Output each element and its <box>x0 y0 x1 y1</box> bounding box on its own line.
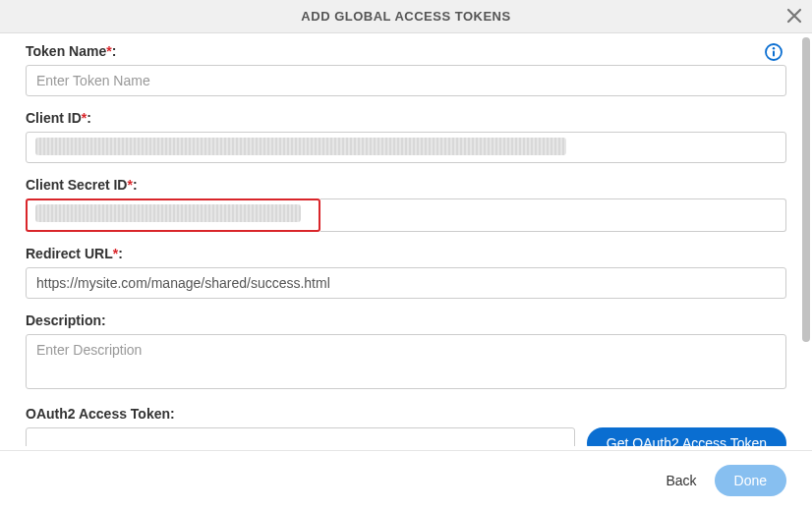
info-icon[interactable] <box>765 43 783 64</box>
modal-footer: Back Done <box>0 450 812 510</box>
scrollbar-thumb[interactable] <box>802 37 810 342</box>
modal-title: ADD GLOBAL ACCESS TOKENS <box>301 9 510 24</box>
label-text: Client ID <box>26 110 82 126</box>
client-secret-group: Client Secret ID*: <box>26 177 786 232</box>
scrollbar-track[interactable] <box>802 37 810 381</box>
close-icon[interactable] <box>786 7 802 27</box>
label-text: Redirect URL <box>26 246 113 261</box>
modal-header: ADD GLOBAL ACCESS TOKENS <box>0 0 812 33</box>
client-secret-input-rest[interactable] <box>320 198 786 232</box>
get-oauth-token-button[interactable]: Get OAuth2 Access Token <box>587 427 786 446</box>
label-colon: : <box>87 110 91 126</box>
oauth-token-row: Get OAuth2 Access Token <box>26 427 786 446</box>
redirect-url-group: Redirect URL*: <box>26 246 786 299</box>
redirect-url-input[interactable] <box>26 267 786 299</box>
oauth-token-group: OAuth2 Access Token: Get OAuth2 Access T… <box>26 406 786 446</box>
oauth-token-label: OAuth2 Access Token: <box>26 406 786 422</box>
redirect-url-label: Redirect URL*: <box>26 246 786 261</box>
description-input[interactable] <box>26 334 786 389</box>
token-name-label: Token Name*: <box>26 43 786 59</box>
svg-point-1 <box>773 47 775 49</box>
label-colon: : <box>133 177 138 193</box>
token-name-input[interactable] <box>26 65 786 96</box>
description-label: Description: <box>26 312 786 328</box>
redacted-content <box>35 204 301 222</box>
label-colon: : <box>118 246 123 261</box>
label-text: Token Name <box>26 43 106 59</box>
done-button[interactable]: Done <box>715 465 786 496</box>
redacted-content <box>35 138 566 155</box>
token-name-group: Token Name*: <box>26 43 786 96</box>
back-button[interactable]: Back <box>666 473 696 488</box>
svg-rect-2 <box>773 51 775 57</box>
modal-body: Token Name*: Client ID*: Client Secret I… <box>0 33 812 446</box>
client-secret-label: Client Secret ID*: <box>26 177 786 193</box>
oauth-token-input[interactable] <box>26 427 575 446</box>
description-group: Description: <box>26 312 786 392</box>
label-colon: : <box>112 43 117 59</box>
client-id-label: Client ID*: <box>26 110 786 126</box>
label-text: Client Secret ID <box>26 177 127 193</box>
client-id-group: Client ID*: <box>26 110 786 163</box>
